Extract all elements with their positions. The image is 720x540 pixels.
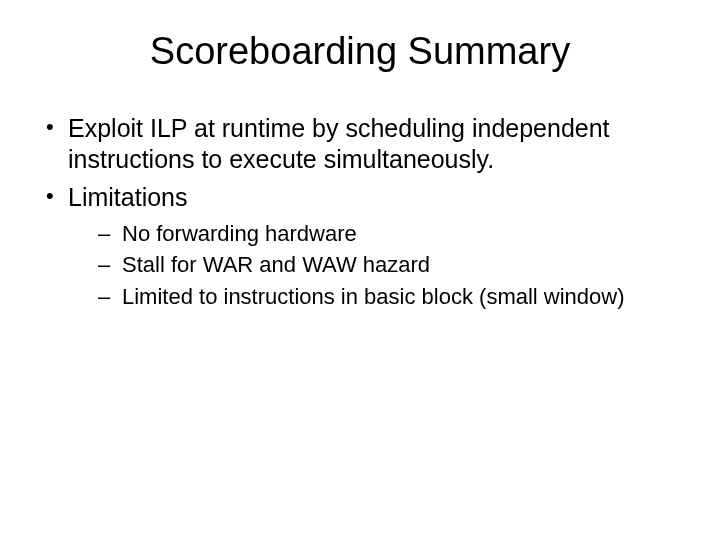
bullet-text: Limitations xyxy=(68,183,188,211)
bullet-text: Exploit ILP at runtime by scheduling ind… xyxy=(68,114,610,173)
sub-bullet-text: Limited to instructions in basic block (… xyxy=(122,284,625,309)
sub-bullet-item: No forwarding hardware xyxy=(68,219,680,249)
bullet-list: Exploit ILP at runtime by scheduling ind… xyxy=(40,113,680,312)
sub-bullet-item: Limited to instructions in basic block (… xyxy=(68,282,680,312)
bullet-item: Exploit ILP at runtime by scheduling ind… xyxy=(40,113,680,176)
bullet-item: Limitations No forwarding hardware Stall… xyxy=(40,182,680,312)
sub-bullet-item: Stall for WAR and WAW hazard xyxy=(68,250,680,280)
sub-bullet-text: No forwarding hardware xyxy=(122,221,357,246)
slide-title: Scoreboarding Summary xyxy=(40,30,680,73)
slide: Scoreboarding Summary Exploit ILP at run… xyxy=(0,0,720,540)
sub-bullet-text: Stall for WAR and WAW hazard xyxy=(122,252,430,277)
sub-bullet-list: No forwarding hardware Stall for WAR and… xyxy=(68,219,680,312)
